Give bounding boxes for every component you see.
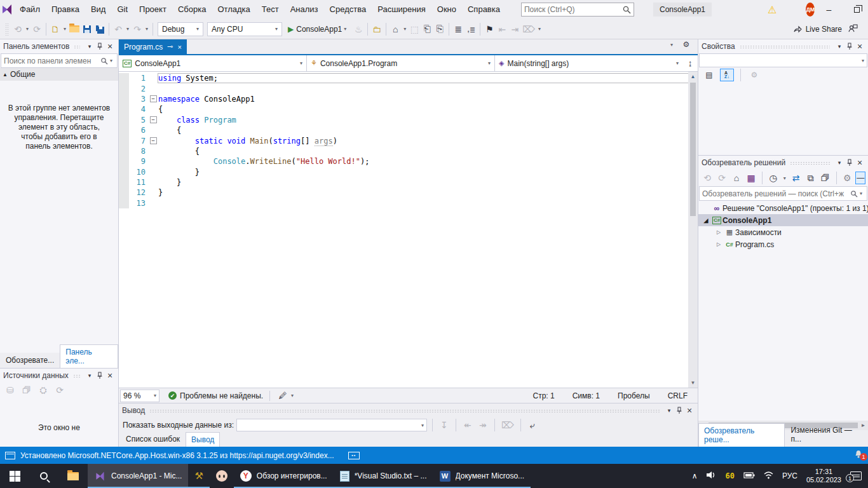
code-text[interactable]: namespace ConsoleApp1	[158, 95, 688, 104]
new-window-icon[interactable]: ⎗	[421, 22, 433, 36]
breakpoint-margin[interactable]	[119, 167, 129, 177]
code-editor[interactable]: 1using System;23−namespace ConsoleApp14{…	[119, 72, 698, 388]
toolbox-header[interactable]: Панель элементов ▾ ×	[0, 39, 118, 53]
code-line-4[interactable]: 4{	[119, 104, 688, 114]
solution-search-box[interactable]: ▾	[699, 186, 867, 201]
editor-home-dropdown[interactable]: ▾	[402, 22, 408, 36]
goto-message-icon[interactable]: ↧	[438, 418, 451, 432]
tab-program-cs[interactable]: Program.cs ⊸ ×	[119, 39, 187, 54]
toolbox-section-general[interactable]: ▲ Общие	[0, 68, 118, 81]
configure-data-source-icon[interactable]: 🗇	[20, 383, 33, 397]
tab-list-chevron[interactable]: ▾	[668, 37, 675, 51]
code-text[interactable]: }	[158, 178, 688, 187]
menu-item-3[interactable]: Вид	[85, 0, 112, 19]
fold-collapse-icon[interactable]: −	[150, 95, 157, 102]
project-dropdown[interactable]: C# ConsoleApp1 ▾	[119, 55, 307, 71]
code-cleanup-chevron[interactable]: ▾	[289, 389, 295, 403]
tray-chevron-icon[interactable]: ∧	[692, 471, 698, 480]
code-cleanup-icon[interactable]: 🖉	[276, 389, 289, 403]
volume-icon[interactable]	[706, 471, 716, 481]
taskbar-app-word[interactable]: WДокумент Microso...	[433, 464, 531, 488]
fold-collapse-icon[interactable]: −	[150, 137, 157, 144]
menu-item-4[interactable]: Git	[111, 0, 133, 19]
breakpoint-margin[interactable]	[119, 156, 129, 166]
zoom-level-dropdown[interactable]: 96 %▾	[120, 390, 159, 402]
code-line-3[interactable]: 3−namespace ConsoleApp1	[119, 94, 688, 104]
menu-item-10[interactable]: Средства	[324, 0, 372, 19]
scrollbar-thumb[interactable]	[690, 83, 696, 216]
solution-search-input[interactable]	[702, 189, 850, 198]
navigate-back-icon[interactable]: ⟲	[11, 22, 24, 36]
prev-bookmark-icon[interactable]: ⇤	[496, 22, 508, 36]
status-eol[interactable]: CRLF	[668, 391, 688, 400]
chevron-down-icon[interactable]: ▾	[834, 43, 844, 50]
menu-item-7[interactable]: Отладка	[212, 0, 255, 19]
properties-object-dropdown[interactable]: ▾	[699, 53, 867, 67]
chevron-down-icon[interactable]: ▾	[85, 372, 95, 379]
menu-item-11[interactable]: Расширения	[372, 0, 431, 19]
code-text[interactable]: Console.WriteLine("Hello World!");	[158, 157, 688, 166]
start-dropdown[interactable]: ▾	[342, 22, 348, 36]
taskbar-app-notepad[interactable]: *Visual Studio.txt – ...	[334, 464, 433, 488]
new-file-dropdown[interactable]: ▾	[62, 22, 68, 36]
menu-item-8[interactable]: Тест	[256, 0, 285, 19]
close-icon[interactable]: ×	[855, 42, 865, 51]
warning-icon[interactable]: ⚠	[768, 4, 776, 16]
code-line-1[interactable]: 1using System;	[119, 73, 688, 83]
scroll-up-icon[interactable]: ▲	[688, 72, 698, 81]
expander-icon[interactable]: ▷	[714, 229, 724, 235]
live-share-button[interactable]: Live Share	[793, 25, 842, 34]
format-document-icon[interactable]: ⹁≣	[465, 22, 477, 36]
bottom-tab-2[interactable]: Вывод	[186, 432, 220, 447]
undo-icon[interactable]: ↶	[112, 22, 125, 36]
save-all-icon[interactable]	[93, 22, 106, 36]
taskbar-app-isaac-game[interactable]	[210, 464, 234, 488]
property-pages-icon[interactable]: ⚙	[747, 69, 761, 81]
taskbar-app-tools-game[interactable]: ⚒	[188, 464, 209, 488]
configuration-dropdown[interactable]: Debug▾	[158, 22, 203, 36]
home-icon[interactable]: ⌂	[730, 171, 743, 185]
close-icon[interactable]: ×	[105, 371, 115, 380]
open-folder-icon[interactable]	[68, 22, 81, 36]
clear-output-icon[interactable]: ⌦	[500, 418, 515, 432]
feedback-icon[interactable]	[848, 24, 858, 34]
toolbar-overflow-chevron[interactable]: ▾	[536, 22, 543, 36]
network-icon[interactable]	[764, 471, 773, 481]
navigate-back-dropdown[interactable]: ▾	[24, 22, 31, 36]
data-sources-header[interactable]: Источники данных ▾ ×	[0, 369, 118, 383]
next-message-icon[interactable]: ↠	[477, 418, 489, 432]
alphabetical-sort-icon[interactable]: AZ↓	[720, 69, 734, 81]
back-icon[interactable]: ⟲	[701, 171, 714, 185]
breakpoint-margin[interactable]	[119, 146, 129, 156]
left-tab-1[interactable]: Обозревате...	[0, 353, 60, 368]
chevron-down-icon[interactable]: ▾	[664, 407, 674, 414]
code-text[interactable]: {	[158, 126, 688, 135]
filter-chevron[interactable]: ▾	[782, 171, 788, 185]
collapse-all-icon[interactable]: ⧉	[804, 171, 817, 185]
pin-icon[interactable]	[844, 43, 855, 50]
solution-explorer-header[interactable]: Обозреватель решений ▾ ×	[698, 156, 868, 170]
navigate-forward-icon[interactable]: ⟳	[31, 22, 43, 36]
action-center-icon[interactable]: 1	[850, 471, 862, 480]
pin-icon[interactable]	[95, 43, 105, 50]
prev-message-icon[interactable]: ↞	[461, 418, 474, 432]
breakpoint-margin[interactable]	[119, 125, 129, 135]
menu-item-2[interactable]: Правка	[46, 0, 85, 19]
expander-icon[interactable]: ▷	[714, 241, 724, 247]
quick-search-box[interactable]	[521, 3, 634, 17]
editor-home-icon[interactable]: ⌂	[389, 22, 402, 36]
code-text[interactable]: static void Main(string[] args)	[158, 137, 688, 146]
taskbar-search-button[interactable]	[29, 464, 58, 488]
close-icon[interactable]: ×	[684, 406, 695, 415]
word-wrap-icon[interactable]: ⤶	[526, 418, 539, 432]
edit-data-source-icon[interactable]: ⛭	[37, 383, 50, 397]
sync-with-active-document-icon[interactable]: ⇄	[790, 171, 803, 185]
left-tab-2[interactable]: Панель эле...	[60, 344, 118, 368]
redo-dropdown[interactable]: ▾	[144, 22, 150, 36]
close-tab-icon[interactable]: ×	[178, 43, 182, 51]
new-file-icon[interactable]: 🗋	[49, 22, 62, 36]
fold-collapse-icon[interactable]: −	[150, 116, 157, 123]
undo-dropdown[interactable]: ▾	[125, 22, 131, 36]
close-icon[interactable]: ×	[105, 42, 115, 51]
properties-header[interactable]: Свойства ▾ ×	[698, 39, 868, 53]
